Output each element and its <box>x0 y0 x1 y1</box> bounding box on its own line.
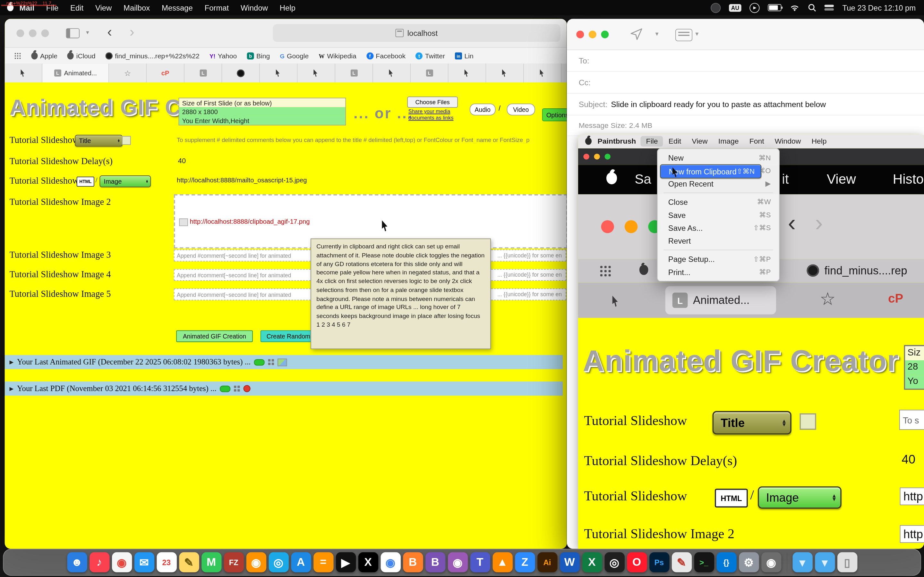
zoom-button[interactable] <box>41 29 49 37</box>
dock-calendar[interactable]: 23 <box>157 552 176 572</box>
bookmark-facebook[interactable]: fFacebook <box>367 52 405 59</box>
bookmark-bing[interactable]: bBing <box>247 52 270 59</box>
size-box-dimensions[interactable]: 2880 x 1800 <box>179 107 345 116</box>
browser-tab[interactable] <box>298 63 336 82</box>
dock-excel[interactable]: X <box>582 552 602 572</box>
gif-thumbnail-icon[interactable] <box>278 358 287 366</box>
audio-button[interactable]: Audio <box>470 103 496 115</box>
paintbrush-app-menu[interactable]: Paintbrush <box>598 137 636 145</box>
dock-camera[interactable]: ◉ <box>761 552 781 572</box>
wifi-icon[interactable] <box>790 4 800 11</box>
file-menu-page-setup-[interactable]: Page Setup...⇧⌘P <box>660 253 777 266</box>
input-source-indicator[interactable]: AU <box>729 4 742 11</box>
last-pdf-bar[interactable]: ▶ Your Last PDF (November 03 2021 06:14:… <box>5 382 563 396</box>
dock-firefox[interactable]: ◉ <box>246 552 266 572</box>
dock-photos[interactable]: ◉ <box>111 552 132 572</box>
title-select[interactable]: Title ▲▼ <box>75 135 123 147</box>
dock-notes[interactable]: ✎ <box>179 552 199 572</box>
sidebar-toggle-icon[interactable] <box>66 28 79 38</box>
bookmark-google[interactable]: GGoogle <box>280 52 309 59</box>
browser-tab[interactable]: cP <box>147 63 184 82</box>
pdf-grid-icon[interactable] <box>234 386 240 392</box>
tab-animated-gif-creator[interactable]: LAnimated... <box>42 63 109 82</box>
bookmark-apple[interactable]: Apple <box>31 52 57 59</box>
share-media-link[interactable]: Share your media documents as links <box>409 108 465 121</box>
menu-help[interactable]: Help <box>274 3 301 12</box>
file-menu-save-as-[interactable]: Save As...⇧⌘S <box>660 221 777 234</box>
browser-tab[interactable] <box>524 63 562 82</box>
slide2-url[interactable]: http://localhost:8888/clipboad_agif-17.p… <box>179 218 310 226</box>
cc-field[interactable]: Cc: <box>567 72 924 93</box>
spotlight-search-icon[interactable] <box>808 3 817 12</box>
title-color-swatch[interactable] <box>122 136 131 145</box>
dock-x[interactable]: X <box>358 552 378 572</box>
minimize-button[interactable] <box>589 31 596 39</box>
bookmark-lin[interactable]: inLin <box>455 52 473 59</box>
paintbrush-menu-help[interactable]: Help <box>806 136 832 147</box>
minimize-button[interactable] <box>29 29 37 37</box>
browser-tab[interactable] <box>222 63 260 82</box>
dock-settings[interactable]: ⚙ <box>738 552 758 572</box>
dock-vscode[interactable]: {} <box>716 552 736 572</box>
disclosure-triangle-icon[interactable]: ▶ <box>9 386 13 392</box>
choose-files-button[interactable]: Choose Files <box>407 97 458 108</box>
dock-bootstrap[interactable]: B <box>425 552 445 572</box>
file-menu-close[interactable]: Close⌘W <box>660 195 777 208</box>
dock-mail[interactable]: ✉ <box>134 552 154 572</box>
menu-window[interactable]: Window <box>235 3 274 12</box>
dock-zoom[interactable]: Z <box>515 552 535 572</box>
slide-size-box[interactable]: Size of First Slide (or as below) 2880 x… <box>179 98 346 125</box>
dock-folder-downloads[interactable]: ▾ <box>814 552 835 572</box>
bookmark-yahoo[interactable]: Y!Yahoo <box>210 52 237 59</box>
file-menu-revert[interactable]: Revert <box>660 234 777 247</box>
pdf-badge-icon[interactable] <box>244 385 250 392</box>
dock-terminal[interactable]: >_ <box>694 552 714 572</box>
dock-folder-documents[interactable]: ▾ <box>792 552 812 572</box>
dock-opera[interactable]: O <box>627 552 646 572</box>
dock-illustrator[interactable]: Ai <box>537 552 557 572</box>
bookmark-icloud[interactable]: iCloud <box>67 52 95 59</box>
close-button[interactable] <box>16 29 24 37</box>
pdf-status-pill-icon[interactable] <box>220 385 231 392</box>
back-button[interactable]: ‹ <box>107 23 112 40</box>
file-menu-save[interactable]: Save⌘S <box>660 208 777 221</box>
dock-vlc[interactable]: ▲ <box>493 552 512 572</box>
status-menu-icon[interactable] <box>711 3 720 13</box>
forward-button[interactable]: › <box>129 23 134 40</box>
menu-edit[interactable]: Edit <box>65 3 89 12</box>
paintbrush-menu-edit[interactable]: Edit <box>663 136 687 147</box>
paintbrush-menu-view[interactable]: View <box>687 136 713 147</box>
dock-teams[interactable]: T <box>470 552 490 572</box>
zoom-button[interactable] <box>601 31 609 39</box>
browser-tab[interactable]: L <box>335 63 373 82</box>
last-gif-bar[interactable]: ▶ Your Last Animated GIF (December 22 20… <box>5 355 563 369</box>
dock-apple-tv[interactable]: ▶ <box>336 552 355 572</box>
browser-tab[interactable] <box>5 63 43 82</box>
send-options-chevron-icon[interactable]: ▾ <box>655 30 658 38</box>
address-bar[interactable]: localhost <box>273 24 560 42</box>
now-playing-icon[interactable]: ▶ <box>750 3 760 13</box>
to-field[interactable]: To: <box>567 50 924 72</box>
browser-tab[interactable]: ☆ <box>109 63 147 82</box>
dock-podcasts[interactable]: ◉ <box>447 552 467 572</box>
dock-calculator[interactable]: = <box>313 552 333 572</box>
menu-mailbox[interactable]: Mailbox <box>118 3 156 12</box>
slide1-url[interactable]: http://localhost:8888/mailto_osascript-1… <box>177 177 307 184</box>
file-menu-new[interactable]: New⌘N <box>660 151 777 164</box>
menu-clock[interactable]: Tue 23 Dec 12:10 pm <box>843 3 916 12</box>
control-center-icon[interactable] <box>825 5 834 11</box>
file-menu-print-[interactable]: Print...⌘P <box>660 266 777 278</box>
bookmark-wikipedia[interactable]: WWikipedia <box>318 52 356 59</box>
dock-appstore[interactable]: A <box>291 552 310 572</box>
size-box-line3[interactable]: You Enter Width,Height <box>179 116 345 125</box>
browser-tab[interactable] <box>449 63 486 82</box>
dock-blender[interactable]: B <box>403 552 423 572</box>
browser-tab[interactable] <box>486 63 524 82</box>
mail-toolbar[interactable]: ▾ ▾ <box>567 19 924 50</box>
browser-tab[interactable]: L <box>184 63 222 82</box>
subject-field[interactable]: Subject: Slide in clipboard ready for yo… <box>567 93 924 115</box>
browser-tab[interactable]: L <box>411 63 449 82</box>
dock-paintbrush[interactable]: ✎ <box>672 552 691 572</box>
bookmark-grid[interactable] <box>14 52 21 59</box>
dock-obs[interactable]: ◎ <box>604 552 624 572</box>
